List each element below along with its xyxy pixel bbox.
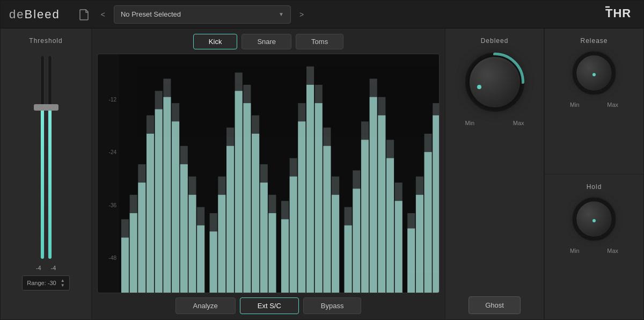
- svg-rect-59: [298, 121, 305, 293]
- fader-track-right[interactable]: [48, 55, 52, 259]
- svg-rect-72: [416, 195, 423, 293]
- svg-rect-62: [323, 146, 331, 293]
- svg-rect-61: [315, 103, 323, 293]
- ghost-button[interactable]: Ghost: [469, 296, 521, 314]
- svg-rect-44: [163, 97, 171, 293]
- svg-rect-63: [332, 195, 339, 293]
- release-label: Release: [580, 37, 608, 45]
- hold-knob[interactable]: [575, 200, 613, 238]
- hold-min-label: Min: [570, 248, 580, 254]
- fader-value-left: -4: [36, 265, 41, 271]
- svg-rect-65: [353, 188, 360, 293]
- waveform-label-36: -36: [98, 202, 119, 208]
- hold-label: Hold: [587, 183, 602, 191]
- debleed-label: Debleed: [481, 37, 509, 45]
- svg-rect-57: [281, 219, 289, 293]
- center-panel: Kick Snare Toms -12 -24 -36 -48: [92, 28, 445, 319]
- range-box[interactable]: Range: -30 ▲ ▼: [22, 275, 69, 290]
- prev-arrow-button[interactable]: <: [98, 8, 108, 21]
- dropdown-arrow-icon: ▼: [279, 11, 284, 17]
- preset-dropdown[interactable]: No Preset Selected ▼: [114, 5, 291, 24]
- analyze-button[interactable]: Analyze: [175, 297, 236, 314]
- hold-min-max: Min Max: [570, 248, 618, 254]
- svg-rect-70: [395, 201, 402, 293]
- fader-container: -4 -4 Range: -30 ▲ ▼: [6, 55, 86, 314]
- next-arrow-button[interactable]: >: [296, 8, 307, 21]
- svg-rect-46: [180, 164, 188, 293]
- range-arrows-icon: ▲ ▼: [61, 278, 65, 288]
- svg-rect-67: [370, 97, 377, 293]
- release-panel: Release Min Max: [545, 28, 643, 174]
- fader-fill-left: [41, 107, 44, 259]
- fader-track-left[interactable]: [40, 55, 45, 259]
- debleed-max-label: Max: [513, 120, 524, 126]
- svg-rect-66: [361, 140, 369, 293]
- debleed-min-max: Min Max: [465, 120, 524, 126]
- svg-rect-54: [252, 134, 259, 293]
- debleed-knob-wrapper: [463, 50, 527, 114]
- right-panel-far: Release Min Max Hold: [544, 28, 643, 319]
- hold-knob-indicator: [592, 219, 596, 222]
- tab-snare[interactable]: Snare: [241, 34, 291, 49]
- logo-bleed-text: Bleed: [24, 8, 60, 21]
- hold-max-label: Max: [607, 248, 618, 254]
- top-bar: deBleed < No Preset Selected ▼ > THR: [1, 1, 643, 28]
- ext-sc-button[interactable]: Ext S/C: [240, 297, 299, 314]
- bypass-button[interactable]: Bypass: [303, 297, 362, 314]
- app-container: deBleed < No Preset Selected ▼ > THR Thr…: [0, 0, 644, 320]
- waveform-labels: -12 -24 -36 -48: [98, 54, 119, 293]
- bottom-btn-row: Analyze Ext S/C Bypass: [97, 297, 440, 314]
- svg-rect-64: [345, 226, 352, 293]
- dual-fader: [40, 55, 52, 259]
- fader-values: -4 -4: [36, 265, 56, 271]
- hold-knob-wrapper: [570, 195, 618, 243]
- hold-panel: Hold Min Max: [545, 174, 643, 320]
- left-panel: Threshold: [1, 28, 92, 319]
- svg-rect-45: [172, 121, 179, 293]
- debleed-knob[interactable]: [468, 55, 522, 109]
- release-min-label: Min: [570, 101, 580, 108]
- release-knob-wrapper: [570, 49, 618, 97]
- svg-rect-39: [121, 238, 129, 293]
- svg-rect-73: [425, 152, 432, 293]
- debleed-knob-indicator: [477, 85, 481, 89]
- waveform-area: -12 -24 -36 -48: [97, 54, 440, 293]
- svg-rect-42: [147, 134, 154, 293]
- svg-rect-71: [407, 228, 415, 293]
- waveform-canvas: [119, 54, 439, 293]
- svg-rect-49: [210, 231, 217, 293]
- svg-rect-55: [260, 183, 268, 293]
- file-icon[interactable]: [76, 6, 92, 23]
- svg-rect-50: [218, 195, 225, 293]
- svg-text:THR: THR: [605, 6, 631, 20]
- waveform-label-24: -24: [98, 149, 119, 155]
- debleed-knob-container: [463, 50, 527, 114]
- range-label: Range: -30: [27, 280, 56, 286]
- svg-rect-43: [155, 109, 163, 293]
- fader-value-right: -4: [51, 265, 56, 271]
- waveform-label-48: -48: [98, 255, 119, 261]
- thr-logo: THR: [605, 5, 635, 23]
- main-area: Threshold: [1, 28, 643, 319]
- threshold-label: Threshold: [29, 37, 62, 45]
- tab-kick[interactable]: Kick: [193, 34, 238, 49]
- fader-handle-right[interactable]: [41, 104, 58, 111]
- fader-fill-right: [48, 107, 52, 259]
- svg-rect-69: [386, 158, 394, 293]
- tab-toms[interactable]: Toms: [296, 34, 343, 49]
- svg-rect-41: [138, 183, 145, 293]
- svg-rect-74: [433, 115, 439, 293]
- app-logo: deBleed: [9, 8, 60, 21]
- svg-rect-60: [306, 85, 314, 293]
- svg-rect-47: [188, 195, 196, 293]
- release-knob[interactable]: [575, 54, 613, 92]
- debleed-min-label: Min: [465, 120, 475, 126]
- release-max-label: Max: [607, 101, 618, 108]
- tab-row: Kick Snare Toms: [97, 34, 440, 49]
- svg-rect-51: [226, 146, 234, 293]
- release-knob-indicator: [592, 73, 596, 76]
- svg-rect-53: [243, 103, 251, 293]
- logo-de-text: de: [9, 8, 24, 21]
- thr-logo-svg: THR: [605, 5, 635, 20]
- svg-rect-56: [268, 213, 276, 293]
